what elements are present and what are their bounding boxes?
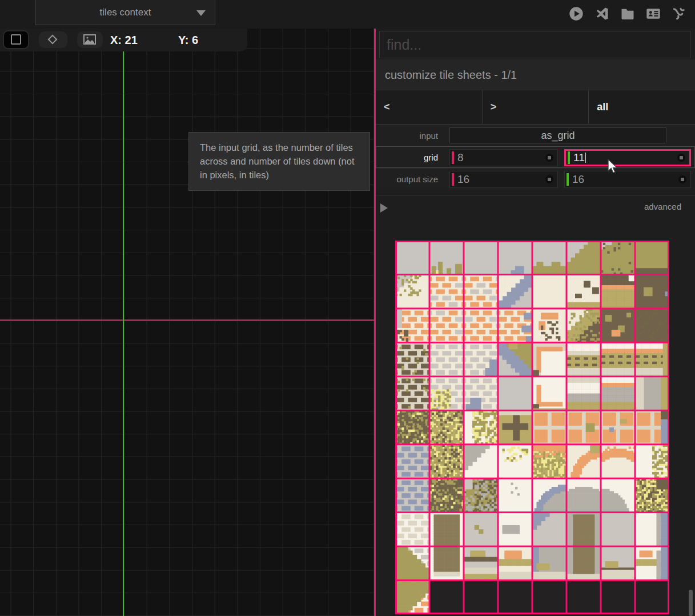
y-axis-line — [123, 29, 124, 616]
swatch-square-icon — [11, 34, 21, 45]
tooltip: The input grid, as the number of tiles a… — [188, 132, 370, 191]
search-input[interactable] — [379, 31, 690, 58]
tilesheet-preview[interactable] — [395, 241, 669, 614]
output-size-row: output size 16 16 — [376, 168, 695, 190]
context-dropdown[interactable]: tiles context — [35, 0, 215, 25]
vscode-icon[interactable] — [594, 6, 610, 22]
topbar-icon-group — [568, 6, 687, 22]
x-axis-line — [0, 319, 374, 321]
input-row: input — [376, 125, 695, 146]
grid-y-value: 11 — [573, 151, 585, 164]
drag-knob-icon[interactable] — [678, 175, 686, 183]
prev-sheet-button[interactable]: < — [376, 90, 483, 124]
color-swatch-button[interactable] — [3, 30, 29, 49]
panel-divider[interactable] — [374, 29, 376, 616]
output-x-value: 16 — [457, 173, 545, 186]
sheet-nav-row: < > all — [376, 90, 695, 125]
y-accent-bar — [567, 173, 569, 186]
grid-row: grid 8 11 — [376, 146, 695, 168]
diamond-icon — [48, 35, 58, 45]
text-caret — [585, 153, 586, 163]
x-accent-bar — [452, 151, 454, 164]
canvas-toolbar: X: 21 Y: 6 — [0, 29, 247, 51]
x-accent-bar — [452, 173, 454, 186]
contact-card-icon[interactable] — [645, 6, 661, 22]
play-icon[interactable] — [568, 6, 584, 22]
parameter-rows: input grid 8 11 output — [376, 125, 695, 190]
grid-label: grid — [376, 153, 444, 162]
advanced-toggle[interactable]: advanced — [644, 202, 681, 211]
y-coordinate-readout: Y: 6 — [178, 29, 198, 51]
folder-icon[interactable] — [620, 6, 636, 22]
x-coordinate-readout: X: 21 — [110, 29, 138, 51]
input-mode-field[interactable] — [449, 127, 666, 143]
drag-knob-icon[interactable] — [677, 154, 685, 162]
inspector-panel: customize tile sheets - 1/1 < > all inpu… — [376, 29, 695, 616]
drag-knob-icon[interactable] — [545, 175, 553, 183]
grid-y-field[interactable]: 11 — [564, 149, 691, 166]
image-tool-button[interactable] — [77, 31, 103, 48]
chevron-down-icon — [196, 10, 206, 16]
output-size-label: output size — [376, 174, 444, 184]
output-y-value: 16 — [572, 173, 678, 186]
drag-knob-icon[interactable] — [545, 154, 553, 162]
hook-icon[interactable] — [671, 6, 687, 22]
next-sheet-button[interactable]: > — [483, 90, 589, 124]
grid-x-field[interactable]: 8 — [449, 149, 558, 166]
output-y-field[interactable]: 16 — [564, 171, 691, 188]
expand-triangle-icon[interactable] — [380, 203, 388, 213]
context-dropdown-label: tiles context — [100, 7, 151, 18]
section-header: customize tile sheets - 1/1 — [376, 59, 695, 90]
input-label: input — [376, 131, 444, 141]
diamond-tool-button[interactable] — [39, 31, 67, 48]
grid-x-value: 8 — [457, 151, 545, 164]
all-sheets-button[interactable]: all — [589, 90, 695, 124]
image-icon — [83, 34, 96, 45]
output-x-field[interactable]: 16 — [449, 171, 558, 188]
scrollbar-thumb[interactable] — [689, 590, 693, 616]
y-accent-bar — [568, 151, 570, 164]
top-bar: tiles context — [0, 0, 695, 29]
advanced-row: advanced — [376, 195, 695, 219]
app-window: tiles context — [0, 0, 695, 616]
drawing-canvas[interactable]: X: 21 Y: 6 The input grid, as the number… — [0, 29, 374, 616]
